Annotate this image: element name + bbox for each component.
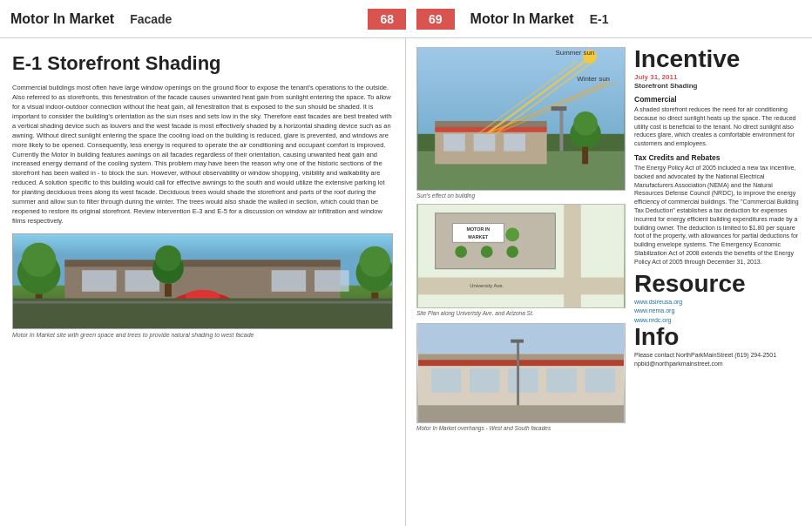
svg-rect-29 [504,134,525,152]
header-left: Motor In Market Facade 68 [10,9,406,30]
svg-rect-61 [418,360,624,366]
right-content: Summer sun Winter sun [416,47,802,431]
south-facade-svg [417,324,625,422]
svg-point-52 [481,246,493,258]
svg-rect-45 [564,205,581,307]
page-title: E-1 Storefront Shading [12,52,393,75]
svg-text:MOTOR IN: MOTOR IN [466,226,490,232]
site-plan-image: MOTOR IN MARKET University Ave. [416,204,626,308]
site-plan-svg: MOTOR IN MARKET University Ave. [417,205,625,307]
svg-rect-20 [13,300,392,303]
header-nav-right: E-1 [590,12,609,26]
svg-rect-16 [165,283,172,296]
page-number-left-bar: 68 [368,9,406,30]
header-nav-left: Facade [130,12,172,26]
incentive-subtitle: Storefront Shading [634,82,802,90]
page-left: E-1 Storefront Shading Commercial buildi… [0,38,406,526]
svg-rect-39 [551,106,567,111]
left-image-container: Motor In Market site with green space an… [12,233,393,338]
south-facade-caption: Motor In Market overhangs - West and Sou… [416,425,626,431]
page-number-right: 69 [416,9,455,30]
main-content: E-1 Storefront Shading Commercial buildi… [0,38,812,526]
svg-rect-68 [418,324,624,354]
svg-text:Winter sun: Winter sun [577,75,610,83]
body-text: Commercial buildings most often have lar… [12,84,393,226]
svg-rect-62 [431,368,461,393]
svg-rect-42 [582,147,588,165]
svg-rect-6 [272,270,307,292]
top-image-caption: Sun's effect on building [416,192,626,199]
svg-text:Summer sun: Summer sun [556,49,595,57]
svg-rect-60 [418,354,624,361]
svg-point-15 [155,245,181,270]
header: Motor In Market Facade 68 69 Motor In Ma… [0,0,812,38]
incentive-title: Incentive [634,47,802,71]
svg-text:MARKET: MARKET [468,234,489,239]
incentive-tax-body: The Energy Policy Act of 2005 included a… [634,164,802,266]
svg-point-12 [359,246,390,276]
info-title: Info [634,325,802,349]
svg-rect-4 [82,270,117,292]
svg-point-51 [455,246,467,258]
page-number-left: 68 [368,9,406,30]
svg-rect-70 [511,340,524,343]
images-stack: Summer sun Winter sun [416,47,626,431]
svg-rect-7 [315,270,349,292]
svg-rect-3 [64,260,340,266]
svg-rect-63 [470,368,499,393]
resource-link-2[interactable]: www.nema.org [634,307,802,316]
incentive-date: July 31, 2011 [634,73,802,81]
svg-point-9 [22,242,57,276]
svg-point-41 [573,111,598,136]
left-image-svg [13,234,392,328]
svg-rect-44 [418,278,624,295]
svg-rect-66 [585,368,615,393]
incentive-commercial-title: Commercial [634,95,802,104]
svg-rect-65 [546,368,576,393]
resource-title: Resource [634,272,802,296]
resource-link-1[interactable]: www.dsireusa.org [634,298,802,307]
svg-rect-67 [418,405,624,422]
south-facade-image [416,323,626,423]
page-right: Summer sun Winter sun [406,38,812,526]
svg-point-53 [506,246,518,258]
svg-rect-64 [508,368,538,393]
incentive-tax-title: Tax Credits and Rebates [634,153,802,162]
building-top-svg: Summer sun Winter sun [417,48,625,190]
brand-title-left: Motor In Market [10,11,114,27]
svg-text:University Ave.: University Ave. [470,283,504,288]
text-stack: Incentive July 31, 2011 Storefront Shadi… [634,47,802,431]
left-image-caption: Motor In Market site with green space an… [12,332,393,338]
left-image [12,233,393,329]
svg-point-50 [505,228,519,242]
brand-title-right: Motor In Market [470,11,574,27]
svg-rect-27 [443,134,465,152]
svg-rect-69 [517,341,519,406]
header-right: 69 Motor In Market E-1 [406,9,802,30]
site-plan-caption: Site Plan along Univeristy Ave. and Ariz… [416,310,626,316]
building-image-top: Summer sun Winter sun [416,47,626,191]
resource-links-container: www.dsireusa.org www.nema.org www.nrdc.o… [634,298,802,326]
info-body: Please contact NorthParkMainStreet (619)… [634,351,802,368]
incentive-commercial-body: A shaded storefront reduces the need for… [634,105,802,148]
svg-rect-28 [474,134,496,152]
svg-rect-38 [559,108,563,151]
